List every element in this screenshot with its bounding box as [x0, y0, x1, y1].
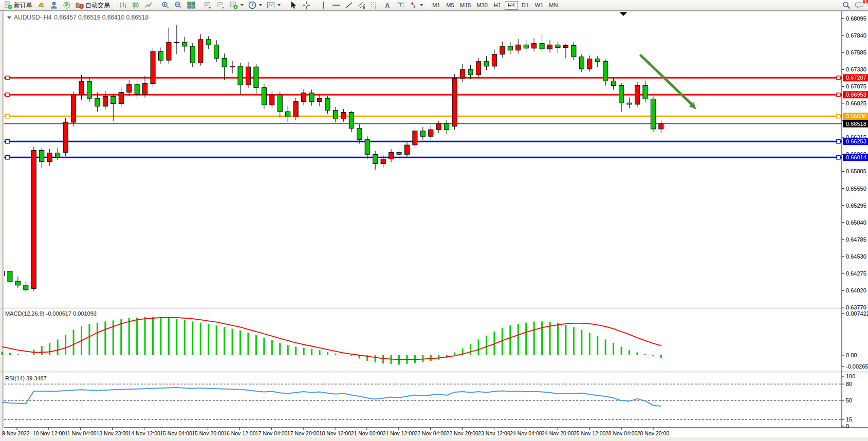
crosshair-icon — [302, 1, 310, 9]
toolbar-separator — [427, 1, 428, 9]
signal-button[interactable] — [61, 1, 73, 10]
price-tag-0.66630: 0.66630 — [843, 113, 868, 120]
periods-button[interactable] — [246, 1, 264, 10]
svg-text:0.67585: 0.67585 — [846, 49, 866, 56]
timeframe-button-D1[interactable]: D1 — [519, 1, 532, 10]
svg-text:0.66953: 0.66953 — [846, 91, 866, 98]
svg-text:50: 50 — [846, 397, 852, 403]
timeframe-button-MN[interactable]: MN — [546, 1, 560, 10]
arrange-charts-button[interactable] — [202, 1, 214, 10]
templates-button[interactable] — [265, 1, 283, 10]
svg-text:100: 100 — [846, 373, 855, 379]
svg-text:0.66630: 0.66630 — [846, 113, 866, 119]
bar-chart-button[interactable] — [117, 1, 129, 10]
svg-text:15 Nov 20:00: 15 Nov 20:00 — [192, 430, 224, 436]
dropdown-caret-icon — [420, 4, 423, 6]
svg-text:10 Nov 12:00: 10 Nov 12:00 — [33, 430, 65, 436]
new-chart-icon — [230, 1, 238, 9]
svg-text:22 Nov 04:00: 22 Nov 04:00 — [414, 430, 447, 436]
current-price-tag: 0.66518 — [843, 120, 868, 127]
market-button[interactable] — [35, 1, 47, 10]
svg-text:23 Nov 12:00: 23 Nov 12:00 — [478, 430, 510, 436]
svg-text:15: 15 — [846, 416, 852, 422]
profile-button[interactable] — [48, 1, 60, 10]
vertical-line-button[interactable] — [317, 1, 329, 10]
dropdown-caret-icon — [259, 4, 262, 6]
svg-text:0.66253: 0.66253 — [846, 138, 866, 144]
fibonacci-icon: F — [371, 1, 379, 9]
hline-right-handle[interactable] — [837, 76, 840, 80]
timeframe-button-H4[interactable]: H4 — [505, 1, 518, 10]
price-tag-0.67207: 0.67207 — [843, 74, 868, 81]
hline-right-handle[interactable] — [837, 93, 840, 97]
new-order-button[interactable]: 新订单 — [2, 1, 34, 10]
svg-text:24 Nov 20:00: 24 Nov 20:00 — [542, 430, 574, 436]
text-button[interactable]: A — [381, 1, 394, 10]
tile-windows-icon — [187, 1, 195, 9]
zoom-in-button[interactable] — [159, 1, 172, 10]
new-order-icon — [4, 1, 12, 9]
zoom-out-button[interactable] — [172, 1, 184, 10]
chart-canvas[interactable]: 0.680950.678400.675850.673300.670750.668… — [0, 0, 868, 441]
macd-label: MACD(12,26,9) -0.000517 0.001093 — [5, 310, 97, 317]
hline-left-handle[interactable] — [6, 140, 9, 143]
svg-text:T: T — [399, 2, 402, 8]
hline-right-handle[interactable] — [837, 140, 840, 143]
cascade-charts-button[interactable] — [215, 1, 227, 10]
gold-icon — [37, 1, 45, 9]
svg-text:15 Nov 04:00: 15 Nov 04:00 — [160, 430, 192, 436]
search-button[interactable] — [840, 1, 853, 10]
hline-left-handle[interactable] — [6, 76, 9, 80]
svg-text:21 Nov 12:00: 21 Nov 12:00 — [383, 430, 415, 436]
toolbar-separator — [315, 1, 315, 9]
candlestick-chart-button[interactable] — [130, 1, 142, 10]
dropdown-caret-icon — [241, 4, 244, 6]
hline-right-handle[interactable] — [837, 115, 840, 118]
svg-text:0.68095: 0.68095 — [846, 15, 866, 22]
tile-windows-button[interactable] — [185, 1, 197, 10]
timeframe-button-H1[interactable]: H1 — [491, 1, 504, 10]
hline-left-handle[interactable] — [6, 115, 9, 118]
timeframe-button-M1[interactable]: M1 — [430, 1, 443, 10]
notification-badge[interactable]: 1 — [862, 0, 868, 5]
svg-text:17 Nov 20:00: 17 Nov 20:00 — [287, 430, 320, 436]
svg-text:11 Nov 04:00: 11 Nov 04:00 — [65, 430, 97, 436]
timeframe-button-M15[interactable]: M15 — [457, 1, 473, 10]
signal-icon — [63, 1, 71, 9]
chat-button-wrap: 1 — [853, 1, 866, 10]
new-order-label: 新订单 — [14, 1, 32, 10]
toolbar-separator — [285, 1, 285, 9]
cursor-icon — [289, 1, 298, 9]
zoom-out-icon — [174, 1, 182, 9]
ohlc-bars-icon — [119, 1, 127, 9]
timeframe-group: M1M5M15M30H1H4D1W1MN — [430, 1, 560, 10]
svg-text:28 Nov 04:00: 28 Nov 04:00 — [605, 430, 638, 436]
cursor-button[interactable] — [287, 1, 300, 10]
fibonacci-button[interactable]: F — [368, 1, 381, 10]
horizontal-line-button[interactable] — [330, 1, 342, 10]
hline-right-handle[interactable] — [837, 156, 840, 159]
toolbar-separator — [114, 1, 115, 9]
price-tag-0.66953: 0.66953 — [843, 91, 868, 98]
svg-text:25 Nov 12:00: 25 Nov 12:00 — [574, 430, 606, 436]
chart-symbol-label: AUDUSD-,H4 — [14, 14, 51, 21]
text-label-button[interactable]: T — [394, 1, 407, 10]
candlestick-icon — [132, 1, 140, 9]
timeframe-button-W1[interactable]: W1 — [532, 1, 546, 10]
arrows-button[interactable] — [407, 1, 425, 10]
toolbar-separator — [199, 1, 200, 9]
hline-left-handle[interactable] — [6, 156, 9, 159]
auto-trading-button[interactable]: 自动交易 — [73, 1, 112, 10]
price-tag-0.66253: 0.66253 — [843, 138, 868, 145]
trendline-button[interactable] — [343, 1, 355, 10]
crosshair-button[interactable] — [300, 1, 312, 10]
svg-text:17 Nov 04:00: 17 Nov 04:00 — [255, 430, 288, 436]
timeframe-button-M30[interactable]: M30 — [474, 1, 490, 10]
timeframe-button-M5[interactable]: M5 — [444, 1, 457, 10]
svg-text:0.65550: 0.65550 — [846, 186, 866, 192]
new-chart-button[interactable] — [228, 1, 246, 10]
hline-left-handle[interactable] — [6, 93, 9, 97]
line-chart-button[interactable] — [142, 1, 155, 10]
equidistant-channel-button[interactable]: E — [356, 1, 368, 10]
collapse-triangle-icon[interactable] — [7, 16, 11, 19]
